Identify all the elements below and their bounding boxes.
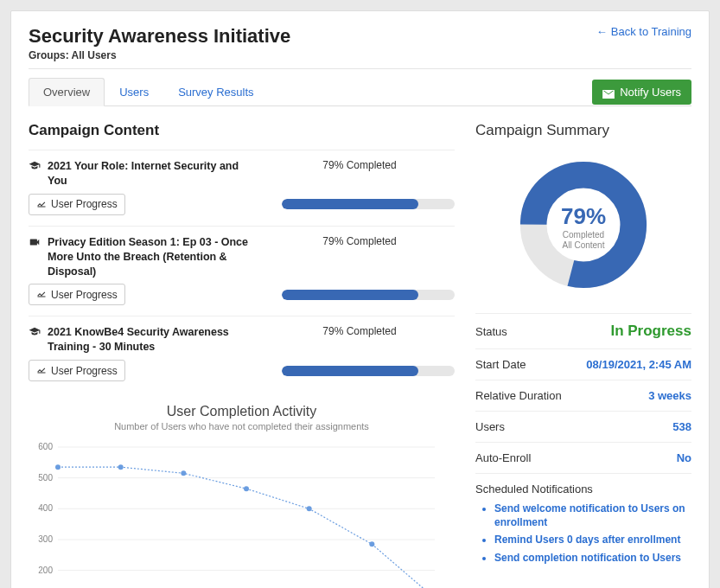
svg-point-23 xyxy=(118,464,124,470)
tab-survey-results[interactable]: Survey Results xyxy=(163,78,268,106)
tab-row: OverviewUsersSurvey Results Notify Users xyxy=(29,68,691,106)
user-completion-chart: 010020030040050060019. Aug20. Aug21. Aug… xyxy=(29,438,443,588)
progress-fill xyxy=(282,199,418,209)
content-row1: Privacy Edition Season 1: Ep 03 - Once M… xyxy=(29,235,455,279)
summary-value: 538 xyxy=(672,420,691,433)
svg-point-26 xyxy=(307,506,312,511)
completed-label: 79% Completed xyxy=(264,235,455,247)
user-progress-button[interactable]: User Progress xyxy=(29,284,125,305)
svg-point-22 xyxy=(55,464,61,470)
content-row2: User Progress xyxy=(29,360,455,381)
donut-sub2: All Content xyxy=(561,240,606,250)
svg-text:500: 500 xyxy=(38,473,53,483)
chart-section: User Completion Activity Number of Users… xyxy=(29,404,455,588)
content-title: Privacy Edition Season 1: Ep 03 - Once M… xyxy=(48,235,258,279)
progress-fill xyxy=(282,290,418,300)
content-row2: User Progress xyxy=(29,284,455,305)
summary-value: 08/19/2021, 2:45 AM xyxy=(586,358,691,371)
donut-percent: 79% xyxy=(561,202,606,229)
tab-overview[interactable]: Overview xyxy=(29,78,105,106)
completed-label: 79% Completed xyxy=(264,325,455,337)
graduation-cap-icon xyxy=(29,160,41,172)
notification-link[interactable]: Remind Users 0 days after enrollment xyxy=(494,534,691,547)
tabs: OverviewUsersSurvey Results xyxy=(29,78,269,106)
summary-row-users: Users538 xyxy=(475,411,691,442)
summary-label: Relative Duration xyxy=(475,389,562,402)
summary-value: No xyxy=(677,451,691,464)
groups-subhead: Groups: All Users xyxy=(29,49,290,61)
content-progress-block: 79% Completed xyxy=(264,325,455,340)
svg-text:600: 600 xyxy=(38,442,53,451)
chart-icon xyxy=(36,288,47,301)
notify-users-button[interactable]: Notify Users xyxy=(592,80,691,105)
summary-label: Users xyxy=(475,420,505,433)
video-camera-icon xyxy=(29,236,41,248)
title-block: Security Awareness Initiative Groups: Al… xyxy=(29,25,290,68)
summary-label: Auto-Enroll xyxy=(475,451,531,464)
progress-bar xyxy=(282,366,455,376)
tab-users[interactable]: Users xyxy=(105,78,163,106)
notification-link[interactable]: Send completion notification to Users xyxy=(494,552,691,566)
summary-row-start-date: Start Date08/19/2021, 2:45 AM xyxy=(475,348,691,380)
content-list: 2021 Your Role: Internet Security and Yo… xyxy=(29,150,455,392)
notification-link[interactable]: Send welcome notification to Users on en… xyxy=(494,502,691,529)
content-row2: User Progress xyxy=(29,194,455,215)
summary-rows: StatusIn ProgressStart Date08/19/2021, 2… xyxy=(475,313,691,473)
content-row1: 2021 KnowBe4 Security Awareness Training… xyxy=(29,325,455,355)
notifications-heading: Scheduled Notifications xyxy=(475,473,691,495)
back-link-label: Back to Training xyxy=(611,25,691,38)
campaign-page: Security Awareness Initiative Groups: Al… xyxy=(10,10,710,588)
svg-point-27 xyxy=(369,541,374,546)
content-progress-block: 79% Completed xyxy=(264,159,455,174)
summary-heading: Campaign Summary xyxy=(475,122,691,139)
svg-point-25 xyxy=(244,486,249,491)
chart-icon xyxy=(36,364,47,377)
content-item: 2021 KnowBe4 Security Awareness Training… xyxy=(29,316,455,392)
content-title: 2021 Your Role: Internet Security and Yo… xyxy=(48,159,258,189)
content-row1: 2021 Your Role: Internet Security and Yo… xyxy=(29,159,455,189)
right-column: Campaign Summary 79% Completed All Conte… xyxy=(475,122,691,588)
chart-icon xyxy=(36,198,47,211)
user-progress-button[interactable]: User Progress xyxy=(29,194,125,215)
page-header: Security Awareness Initiative Groups: Al… xyxy=(29,25,691,68)
content-progress-block: 79% Completed xyxy=(264,235,455,250)
arrow-left-icon: ← xyxy=(596,25,608,38)
svg-point-24 xyxy=(181,470,186,476)
graduation-cap-icon xyxy=(29,326,41,338)
donut-wrap: 79% Completed All Content xyxy=(475,151,691,301)
svg-text:200: 200 xyxy=(38,566,53,575)
left-column: Campaign Content 2021 Your Role: Interne… xyxy=(29,122,455,588)
summary-label: Start Date xyxy=(475,358,526,371)
envelope-icon xyxy=(602,88,615,97)
user-progress-label: User Progress xyxy=(51,289,118,301)
back-to-training-link[interactable]: ←Back to Training xyxy=(596,25,691,38)
svg-text:400: 400 xyxy=(38,503,53,513)
user-progress-label: User Progress xyxy=(51,365,118,377)
columns: Campaign Content 2021 Your Role: Interne… xyxy=(29,122,691,588)
progress-fill xyxy=(282,366,418,376)
user-progress-button[interactable]: User Progress xyxy=(29,360,125,381)
svg-text:300: 300 xyxy=(38,534,53,544)
content-item: Privacy Edition Season 1: Ep 03 - Once M… xyxy=(29,226,455,316)
content-item: 2021 Your Role: Internet Security and Yo… xyxy=(29,150,455,226)
progress-bar xyxy=(282,290,455,300)
summary-value: 3 weeks xyxy=(648,389,691,402)
progress-bar xyxy=(282,199,455,209)
notifications-list: Send welcome notification to Users on en… xyxy=(475,502,691,565)
donut-center: 79% Completed All Content xyxy=(561,202,606,250)
user-progress-label: User Progress xyxy=(51,198,118,210)
chart-title: User Completion Activity xyxy=(29,404,455,419)
content-heading: Campaign Content xyxy=(29,122,455,139)
page-title: Security Awareness Initiative xyxy=(29,25,290,48)
donut-sub1: Completed xyxy=(561,229,606,240)
summary-row-auto-enroll: Auto-EnrollNo xyxy=(475,442,691,473)
completed-label: 79% Completed xyxy=(264,159,455,171)
content-title: 2021 KnowBe4 Security Awareness Training… xyxy=(48,325,258,355)
chart-subtitle: Number of Users who have not completed t… xyxy=(29,421,455,431)
notify-button-label: Notify Users xyxy=(620,86,681,99)
summary-row-status: StatusIn Progress xyxy=(475,313,691,348)
summary-label: Status xyxy=(475,325,507,338)
summary-value: In Progress xyxy=(610,323,691,340)
summary-row-relative-duration: Relative Duration3 weeks xyxy=(475,380,691,411)
